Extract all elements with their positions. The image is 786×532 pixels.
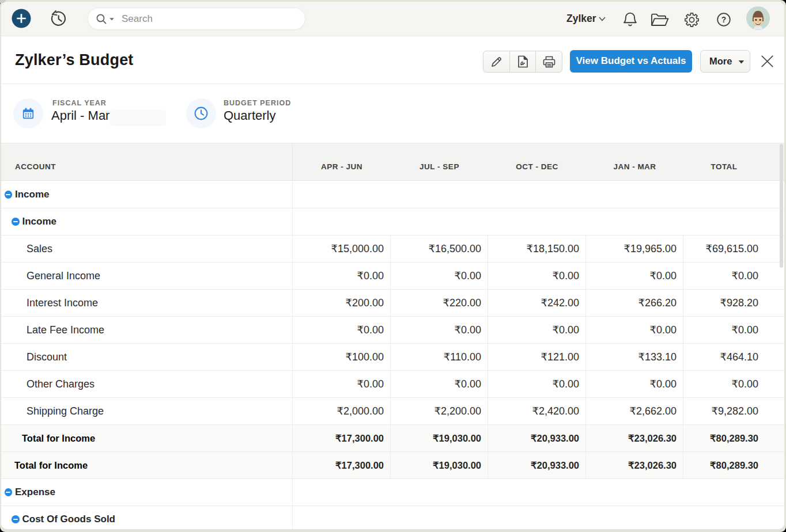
svg-text:?: ? (721, 15, 726, 24)
